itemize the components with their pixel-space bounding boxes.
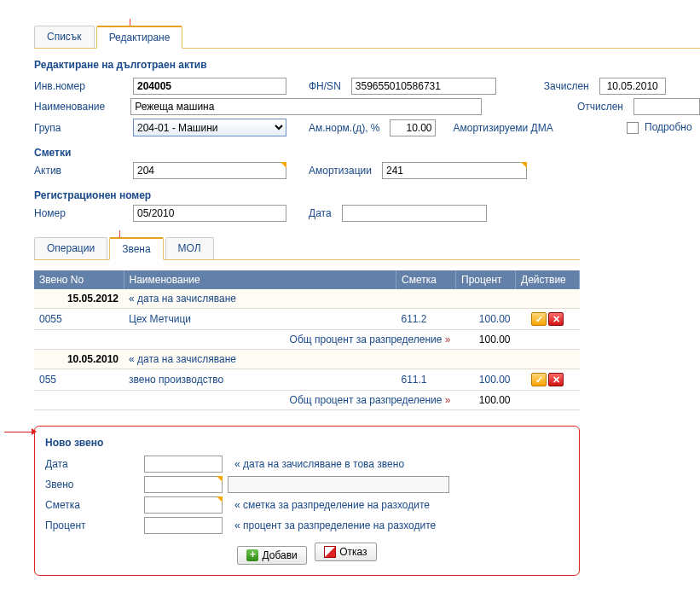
cell-percent: 100.00: [456, 309, 516, 330]
page-title: Редактиране на дълготраен актив: [34, 59, 700, 71]
input-date2[interactable]: [342, 205, 487, 222]
label-am-norm: Ам.норм.(д), %: [309, 122, 379, 134]
cell-unit-name[interactable]: Цех Метчици: [124, 309, 396, 330]
nu-hint-date: « дата на зачисляване в това звено: [234, 458, 404, 470]
delete-icon[interactable]: [548, 312, 564, 326]
cell-account: 611.2: [396, 309, 456, 330]
col-percent: Процент: [456, 270, 516, 289]
cell-percent: 100.00: [456, 369, 516, 391]
label-dep-acc: Амортизации: [309, 165, 372, 177]
table-row: 0055Цех Метчици611.2100.00: [34, 309, 580, 330]
nu-input-unit-name[interactable]: [228, 476, 449, 493]
cell-unit-no[interactable]: 055: [34, 369, 124, 391]
input-fnsn[interactable]: [351, 78, 496, 95]
section-accounts: Сметки: [34, 147, 700, 159]
total-value: 100.00: [456, 391, 516, 410]
nu-input-account[interactable]: [144, 496, 223, 514]
label-active-acc: Актив: [34, 165, 128, 177]
confirm-icon[interactable]: [531, 373, 547, 386]
nu-label-unit: Звено: [45, 479, 139, 490]
select-group[interactable]: 204-01 - Машини: [133, 119, 286, 136]
nu-label-date: Дата: [45, 458, 139, 470]
cell-unit-name[interactable]: звено производство: [124, 369, 396, 391]
nu-input-percent[interactable]: [144, 517, 223, 534]
subtab-ops[interactable]: Операции: [34, 237, 107, 259]
cell-actions: [516, 309, 580, 330]
label-name: Наименование: [34, 101, 125, 113]
group-date-hint: « дата на зачисляване: [124, 350, 580, 369]
table-row: 055звено производство611.1100.00: [34, 369, 580, 391]
confirm-icon[interactable]: [531, 312, 547, 326]
group-date: 10.05.2010: [34, 350, 124, 369]
total-value: 100.00: [456, 330, 516, 350]
link-depreciable[interactable]: Амортизируеми ДМА: [453, 122, 552, 134]
input-active-acc[interactable]: [133, 162, 286, 179]
subtabs: Операции Звена МОЛ: [34, 237, 580, 260]
input-registered[interactable]: [599, 78, 666, 95]
nu-input-date[interactable]: [144, 456, 223, 473]
nu-hint-percent: « процент за разпределение на разходите: [234, 519, 436, 531]
new-unit-panel: Ново звено Дата « дата на зачисляване в …: [34, 426, 580, 576]
checkbox-detail[interactable]: [627, 122, 639, 134]
input-number[interactable]: [133, 205, 286, 222]
total-label[interactable]: Общ процент за разпределение »: [34, 330, 456, 350]
col-account: Сметка: [396, 270, 456, 289]
tab-list[interactable]: Списък: [34, 26, 95, 48]
add-button[interactable]: + Добави: [237, 546, 306, 565]
nu-label-account: Сметка: [45, 499, 139, 511]
subtab-mol[interactable]: МОЛ: [165, 237, 214, 259]
new-unit-title: Ново звено: [45, 437, 569, 449]
tab-edit[interactable]: Редактиране: [96, 26, 183, 49]
total-label[interactable]: Общ процент за разпределение »: [34, 391, 456, 410]
subtab-units[interactable]: Звена: [109, 237, 163, 260]
table-date-row: 15.05.2012« дата на зачисляване: [34, 289, 580, 309]
label-registered: Зачислен: [544, 80, 589, 92]
cell-unit-no[interactable]: 0055: [34, 309, 124, 330]
input-am-norm[interactable]: [390, 119, 436, 136]
cancel-button[interactable]: Отказ: [315, 543, 376, 561]
table-total-row: Общ процент за разпределение »100.00: [34, 391, 580, 410]
input-inv-no[interactable]: [133, 78, 286, 95]
cancel-button-label: Отказ: [339, 546, 367, 558]
input-name[interactable]: [130, 98, 482, 115]
units-grid: Звено No Наименование Сметка Процент Дей…: [34, 270, 580, 410]
nu-hint-account: « сметка за разпределение на разходите: [234, 499, 430, 511]
add-button-label: Добави: [262, 549, 297, 561]
label-number: Номер: [34, 207, 128, 219]
col-action: Действие: [516, 270, 580, 289]
arrow-indicator-subtab: ↓: [116, 225, 700, 237]
delete-icon[interactable]: [548, 373, 564, 386]
input-dep-acc[interactable]: [382, 162, 527, 179]
col-unit-no: Звено No: [34, 270, 124, 289]
input-deregistered[interactable]: [633, 98, 700, 115]
label-detail[interactable]: Подробно: [645, 121, 692, 133]
col-name: Наименование: [124, 270, 396, 289]
plus-icon: +: [246, 549, 258, 561]
section-regno: Регистрационен номер: [34, 189, 700, 201]
tabs-main: Списък Редактиране: [34, 26, 700, 49]
nu-label-percent: Процент: [45, 519, 139, 531]
table-total-row: Общ процент за разпределение »100.00: [34, 330, 580, 350]
label-group: Група: [34, 122, 128, 134]
nu-input-unit[interactable]: [144, 476, 223, 493]
cell-account: 611.1: [396, 369, 456, 391]
label-date2: Дата: [309, 207, 332, 219]
cell-actions: [516, 369, 580, 391]
group-date-hint: « дата на зачисляване: [124, 289, 580, 309]
label-deregistered: Отчислен: [577, 101, 623, 113]
table-date-row: 10.05.2010« дата на зачисляване: [34, 350, 580, 369]
label-inv-no: Инв.номер: [34, 80, 128, 92]
label-fnsn: ФН/SN: [309, 80, 341, 92]
group-date: 15.05.2012: [34, 289, 124, 309]
cancel-icon: [324, 546, 336, 558]
